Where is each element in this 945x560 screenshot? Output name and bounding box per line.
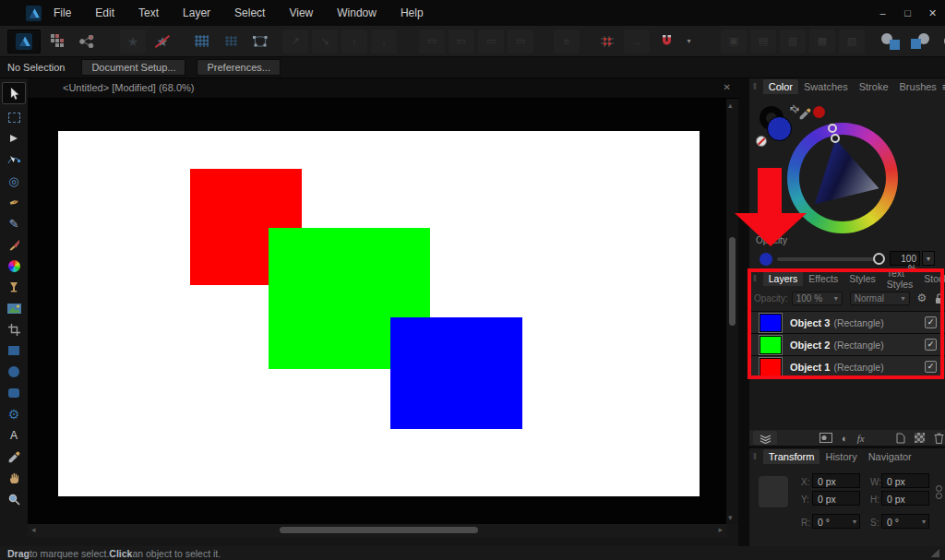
- transform-mesh-button[interactable]: [247, 30, 273, 54]
- layer-thumbnail[interactable]: [760, 314, 782, 332]
- pixel-grid-button[interactable]: [218, 30, 244, 54]
- move-to-back-button[interactable]: ↓: [371, 30, 397, 54]
- document-setup-button[interactable]: Document Setup...: [81, 59, 185, 76]
- menu-window[interactable]: Window: [325, 0, 389, 26]
- boolean-divide-button[interactable]: [937, 30, 945, 54]
- rotate-ccw-button[interactable]: ▭: [478, 30, 504, 54]
- ellipse-tool[interactable]: [4, 363, 24, 380]
- new-pattern-layer-button[interactable]: [915, 433, 925, 443]
- opacity-value-field[interactable]: 100 %: [890, 251, 920, 266]
- layer-thumbnail[interactable]: [760, 336, 782, 354]
- artistic-text-tool[interactable]: A: [4, 427, 24, 444]
- flip-horizontal-button[interactable]: ▭: [419, 30, 445, 54]
- force-pixel-alignment-button[interactable]: [594, 30, 620, 54]
- opacity-slider-handle[interactable]: [873, 253, 885, 265]
- view-tool[interactable]: [4, 470, 24, 486]
- fill-tool[interactable]: [4, 257, 24, 274]
- layer-settings-gear-icon[interactable]: ⚙: [917, 292, 927, 304]
- snapping-magnet-button[interactable]: [653, 30, 679, 54]
- panel-grip-icon[interactable]: ‖: [753, 82, 758, 91]
- designer-persona-button[interactable]: [7, 30, 41, 54]
- adjustment-layer-icon[interactable]: ◐: [842, 433, 848, 444]
- pixel-persona-button[interactable]: [44, 30, 70, 54]
- place-image-tool[interactable]: [4, 300, 24, 316]
- vector-brush-tool[interactable]: [4, 236, 24, 253]
- edit-selection-button[interactable]: ▧: [839, 30, 865, 54]
- horizontal-scrollbar[interactable]: ◂ ▸: [28, 524, 726, 537]
- x-input[interactable]: 0 px: [812, 473, 860, 488]
- w-input[interactable]: 0 px: [881, 473, 929, 488]
- move-forward-button[interactable]: ↘: [312, 30, 338, 54]
- menu-file[interactable]: File: [42, 0, 83, 26]
- maximize-button[interactable]: □: [895, 0, 920, 26]
- triangle-marker-icon[interactable]: [831, 134, 840, 143]
- menu-text[interactable]: Text: [126, 0, 171, 26]
- shape-star-button[interactable]: ★: [120, 30, 146, 54]
- pen-tool[interactable]: ✒: [4, 194, 24, 210]
- document-tab[interactable]: <Untitled> [Modified] (68.0%): [63, 82, 194, 93]
- move-by-whole-pixels-button[interactable]: →: [624, 30, 650, 54]
- link-dimensions-icon[interactable]: [935, 485, 942, 502]
- tab-layers[interactable]: Layers: [763, 271, 804, 286]
- new-layer-button[interactable]: [896, 433, 905, 444]
- color-wheel[interactable]: [787, 123, 898, 233]
- rotate-cw-button[interactable]: ▭: [508, 30, 533, 54]
- no-color-swatch[interactable]: [756, 136, 767, 147]
- move-backward-button[interactable]: ↑: [341, 30, 367, 54]
- tab-transform[interactable]: Transform: [763, 449, 820, 464]
- anchor-selector[interactable]: [759, 476, 788, 507]
- show-grid-button[interactable]: [188, 30, 214, 54]
- corner-tool[interactable]: [4, 130, 24, 147]
- shape-star-disabled-button[interactable]: ★: [150, 30, 175, 54]
- tab-brushes[interactable]: Brushes: [894, 79, 942, 94]
- y-input[interactable]: 0 px: [812, 491, 860, 506]
- scroll-right-icon[interactable]: ▸: [718, 525, 723, 534]
- rotation-dropdown[interactable]: 0 °▾: [812, 514, 860, 529]
- point-transform-tool[interactable]: ◎: [4, 173, 24, 189]
- opacity-slider[interactable]: [777, 257, 884, 261]
- document-close-icon[interactable]: ✕: [724, 82, 731, 92]
- insert-inside-button[interactable]: ▥: [780, 30, 806, 54]
- alignment-button[interactable]: ≡: [554, 30, 580, 54]
- custom-shape-tool[interactable]: ⚙: [4, 406, 24, 423]
- layer-thumbnail[interactable]: [760, 358, 782, 376]
- move-to-front-button[interactable]: ↗: [282, 30, 308, 54]
- move-tool[interactable]: [2, 82, 26, 104]
- tab-navigator[interactable]: Navigator: [863, 449, 917, 464]
- insert-target-button[interactable]: ▦: [809, 30, 835, 54]
- snapping-options-caret[interactable]: ▾: [683, 30, 695, 54]
- node-tool[interactable]: [4, 151, 24, 168]
- tab-stroke[interactable]: Stroke: [854, 79, 894, 94]
- tab-effects[interactable]: Effects: [803, 271, 843, 286]
- layer-row-object2[interactable]: Object 2 (Rectangle) ✓: [749, 333, 945, 355]
- vertical-scroll-thumb[interactable]: [729, 237, 736, 326]
- rounded-rectangle-tool[interactable]: [4, 385, 24, 401]
- insert-in-front-button[interactable]: ▤: [750, 30, 776, 54]
- tab-swatches[interactable]: Swatches: [798, 79, 854, 94]
- insert-behind-button[interactable]: ▣: [721, 30, 747, 54]
- menu-view[interactable]: View: [277, 0, 325, 26]
- layers-stack-button[interactable]: [753, 431, 777, 445]
- artboard-tool[interactable]: [4, 109, 24, 125]
- preferences-button[interactable]: Preferences...: [197, 59, 280, 76]
- layer-effects-fx-icon[interactable]: fx: [857, 433, 865, 444]
- blue-rectangle-object[interactable]: [390, 317, 522, 429]
- tab-color[interactable]: Color: [763, 79, 798, 94]
- rectangle-tool[interactable]: [4, 342, 24, 359]
- boolean-subtract-button[interactable]: [907, 30, 933, 54]
- boolean-add-button[interactable]: [878, 30, 903, 54]
- menu-layer[interactable]: Layer: [171, 0, 222, 26]
- recent-color-swatch[interactable]: [813, 106, 825, 118]
- tab-history[interactable]: History: [819, 449, 862, 464]
- vector-crop-tool[interactable]: [4, 321, 24, 338]
- vertical-scrollbar[interactable]: ▴ ▾: [726, 99, 738, 524]
- panel-grip-icon[interactable]: ‖: [753, 274, 758, 283]
- horizontal-scroll-thumb[interactable]: [280, 527, 478, 533]
- scroll-left-icon[interactable]: ◂: [31, 525, 36, 534]
- menu-edit[interactable]: Edit: [83, 0, 126, 26]
- resize-grip[interactable]: [930, 549, 939, 557]
- color-sampler-icon[interactable]: [799, 108, 811, 120]
- layer-row-object1[interactable]: Object 1 (Rectangle) ✓: [749, 355, 945, 377]
- layers-opacity-dropdown[interactable]: 100 %▾: [792, 292, 843, 305]
- close-button[interactable]: ✕: [920, 0, 945, 26]
